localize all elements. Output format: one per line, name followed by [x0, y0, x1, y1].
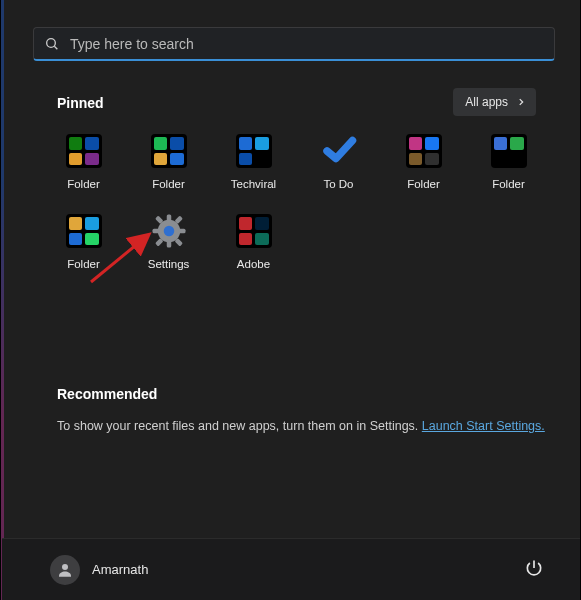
footer-bar: Amarnath [2, 538, 580, 600]
app-label: Techviral [231, 178, 276, 190]
search-input[interactable] [70, 36, 544, 52]
checkmark-icon [318, 130, 360, 172]
pinned-folder-4[interactable]: Folder [466, 126, 551, 206]
launch-start-settings-link[interactable]: Launch Start Settings. [422, 419, 545, 433]
svg-rect-5 [152, 229, 160, 234]
app-label: Folder [152, 178, 185, 190]
folder-icon [491, 134, 527, 168]
search-icon [44, 36, 60, 52]
folder-icon [406, 134, 442, 168]
app-label: Folder [67, 258, 100, 270]
svg-point-0 [47, 38, 56, 47]
user-name: Amarnath [92, 562, 148, 577]
pinned-todo[interactable]: To Do [296, 126, 381, 206]
power-button[interactable] [524, 558, 544, 582]
pinned-folder-1[interactable]: Folder [41, 126, 126, 206]
recommended-message: To show your recent files and new apps, … [57, 419, 545, 433]
app-label: Folder [67, 178, 100, 190]
pinned-folder-2[interactable]: Folder [126, 126, 211, 206]
app-label: Adobe [237, 258, 270, 270]
pinned-grid: Folder Folder Techviral To Do Folder [41, 126, 551, 286]
pinned-folder-5[interactable]: Folder [41, 206, 126, 286]
folder-icon [151, 134, 187, 168]
folder-icon [236, 134, 272, 168]
all-apps-label: All apps [465, 95, 508, 109]
power-icon [524, 558, 544, 578]
svg-line-1 [54, 46, 57, 49]
pinned-folder-3[interactable]: Folder [381, 126, 466, 206]
search-box[interactable] [33, 27, 555, 61]
pinned-settings[interactable]: Settings [126, 206, 211, 286]
app-label: Settings [148, 258, 190, 270]
app-label: To Do [323, 178, 353, 190]
gear-icon [148, 210, 190, 252]
folder-icon [236, 214, 272, 248]
user-account-button[interactable]: Amarnath [50, 555, 148, 585]
all-apps-button[interactable]: All apps [453, 88, 536, 116]
person-icon [56, 561, 74, 579]
svg-point-11 [163, 226, 174, 237]
svg-rect-3 [166, 215, 171, 223]
svg-rect-6 [178, 229, 186, 234]
chevron-right-icon [516, 97, 526, 107]
pinned-heading: Pinned [57, 95, 104, 111]
recommended-text: To show your recent files and new apps, … [57, 419, 422, 433]
accent-strip [1, 0, 4, 600]
folder-icon [66, 214, 102, 248]
start-menu-panel: Pinned All apps Folder Folder Techviral [1, 0, 580, 600]
svg-rect-4 [166, 240, 171, 248]
app-label: Folder [492, 178, 525, 190]
folder-icon [66, 134, 102, 168]
pinned-techviral[interactable]: Techviral [211, 126, 296, 206]
pinned-adobe[interactable]: Adobe [211, 206, 296, 286]
avatar [50, 555, 80, 585]
app-label: Folder [407, 178, 440, 190]
svg-point-13 [62, 564, 68, 570]
recommended-heading: Recommended [57, 386, 157, 402]
